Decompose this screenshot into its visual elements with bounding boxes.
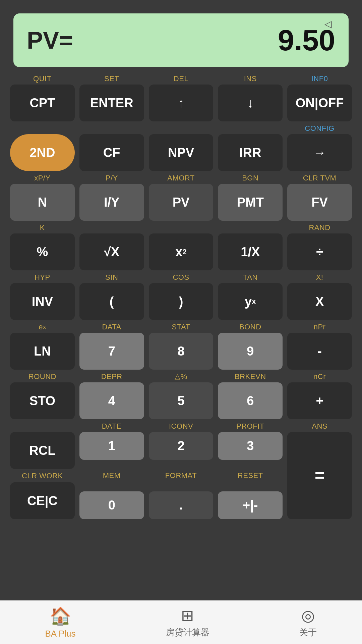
down-arrow-button[interactable]: ↓	[218, 85, 283, 121]
plus-button[interactable]: +	[287, 382, 352, 419]
1-button[interactable]: 1	[79, 432, 144, 460]
label-config: CONFIG	[287, 123, 352, 133]
x2-button[interactable]: x2	[149, 233, 214, 270]
label-format: FORMAT	[149, 462, 214, 490]
ceic-group: CLR WORK CE|C	[10, 471, 75, 519]
pmt-button[interactable]: PMT	[218, 184, 283, 221]
left-stack: RCL CLR WORK CE|C	[10, 432, 75, 519]
label-tan: TAN	[218, 272, 283, 282]
label-reset: RESET	[218, 462, 283, 490]
num-col-2: 2 FORMAT .	[149, 432, 214, 519]
btn-row-2: N I/Y PV PMT FV	[10, 184, 352, 221]
decimal-button[interactable]: .	[149, 491, 214, 519]
nav-mortgage[interactable]: ⊞ 房贷计算器	[166, 606, 209, 638]
display: PV= 9.50	[13, 13, 349, 67]
equals-button[interactable]: =	[287, 432, 352, 519]
label-bond: BOND	[218, 322, 283, 332]
multiply-button[interactable]: X	[287, 283, 352, 320]
nav-mortgage-label: 房贷计算器	[166, 627, 209, 638]
plusminus-button[interactable]: +|-	[218, 491, 283, 519]
btn-row-6: STO 4 5 6 +	[10, 382, 352, 419]
label-row-4: HYP SIN COS TAN X!	[10, 272, 352, 282]
btn-row-5: LN 7 8 9 -	[10, 333, 352, 370]
onoff-button[interactable]: ON|OFF	[287, 85, 352, 121]
fv-button[interactable]: FV	[287, 184, 352, 221]
arrow-right-button[interactable]: →	[287, 134, 352, 171]
label-ex: ex	[10, 322, 75, 332]
compass-icon: ◎	[301, 606, 315, 625]
up-arrow-button[interactable]: ↑	[149, 85, 214, 121]
num-col-1: 1 MEM 0	[79, 432, 144, 519]
label-ncr: nCr	[287, 372, 352, 382]
ceic-button[interactable]: CE|C	[10, 482, 75, 519]
rcl-button[interactable]: RCL	[10, 432, 75, 469]
3-button[interactable]: 3	[218, 432, 283, 460]
btn-row-1: 2ND CF NPV IRR →	[10, 134, 352, 171]
label-profit: PROFIT	[218, 421, 283, 431]
2nd-button[interactable]: 2ND	[10, 134, 75, 171]
n-button[interactable]: N	[10, 184, 75, 221]
8-button[interactable]: 8	[149, 333, 214, 370]
display-indicator: ◁	[324, 18, 332, 30]
reciprocal-button[interactable]: 1/X	[218, 233, 283, 270]
yx-button[interactable]: yx	[218, 283, 283, 320]
label-ans: ANS	[287, 421, 352, 431]
divide-button[interactable]: ÷	[287, 233, 352, 270]
sqrt-button[interactable]: √X	[79, 233, 144, 270]
label-bgn: BGN	[218, 173, 283, 183]
ln-button[interactable]: LN	[10, 333, 75, 370]
label-row-6: ROUND DEPR △% BRKEVN nCr	[10, 372, 352, 382]
label-empty-1d	[218, 123, 283, 133]
5-button[interactable]: 5	[149, 382, 214, 419]
cf-button[interactable]: CF	[79, 134, 144, 171]
label-empty-1b	[79, 123, 144, 133]
label-empty-3c	[149, 223, 214, 233]
label-npr: nPr	[287, 322, 352, 332]
nav-about[interactable]: ◎ 关于	[299, 606, 317, 638]
label-round: ROUND	[10, 372, 75, 382]
label-row-5: ex DATA STAT BOND nPr	[10, 322, 352, 332]
label-xpy: xP/Y	[10, 173, 75, 183]
rcl-group: RCL	[10, 432, 75, 469]
label-deltapct: △%	[149, 372, 214, 382]
label-sin: SIN	[79, 272, 144, 282]
npv-button[interactable]: NPV	[149, 134, 214, 171]
label-row-8-left: CLR WORK	[10, 471, 75, 481]
label-row-0: QUIT SET DEL INS INF0	[10, 74, 352, 84]
label-set: SET	[79, 74, 144, 84]
label-depr: DEPR	[79, 372, 144, 382]
7-button[interactable]: 7	[79, 333, 144, 370]
iy-button[interactable]: I/Y	[79, 184, 144, 221]
4-button[interactable]: 4	[79, 382, 144, 419]
nav-baplus[interactable]: 🏠 BA Plus	[45, 606, 75, 639]
pv-button[interactable]: PV	[149, 184, 214, 221]
btn-row-3: % √X x2 1/X ÷	[10, 233, 352, 270]
row-7-left: RCL	[10, 432, 75, 469]
label-brkevn: BRKEVN	[218, 372, 283, 382]
label-iconv: ICONV	[149, 421, 214, 431]
sto-button[interactable]: STO	[10, 382, 75, 419]
inv-button[interactable]: INV	[10, 283, 75, 320]
equals-col: =	[287, 432, 352, 519]
9-button[interactable]: 9	[218, 333, 283, 370]
grid-icon: ⊞	[181, 606, 194, 625]
row-8-left: CE|C	[10, 482, 75, 519]
label-row-2: xP/Y P/Y AMORT BGN CLR TVM	[10, 173, 352, 183]
btn-row-0: CPT ENTER ↑ ↓ ON|OFF	[10, 85, 352, 121]
0-button[interactable]: 0	[79, 491, 144, 519]
label-xfact: X!	[287, 272, 352, 282]
2-button[interactable]: 2	[149, 432, 214, 460]
cpt-button[interactable]: CPT	[10, 85, 75, 121]
enter-button[interactable]: ENTER	[79, 85, 144, 121]
percent-button[interactable]: %	[10, 233, 75, 270]
label-cos: COS	[149, 272, 214, 282]
minus-button[interactable]: -	[287, 333, 352, 370]
label-data: DATA	[79, 322, 144, 332]
rparen-button[interactable]: )	[149, 283, 214, 320]
lparen-button[interactable]: (	[79, 283, 144, 320]
irr-button[interactable]: IRR	[218, 134, 283, 171]
label-empty-3d	[218, 223, 283, 233]
num-col-3: 3 RESET +|-	[218, 432, 283, 519]
6-button[interactable]: 6	[218, 382, 283, 419]
label-k: K	[10, 223, 75, 233]
